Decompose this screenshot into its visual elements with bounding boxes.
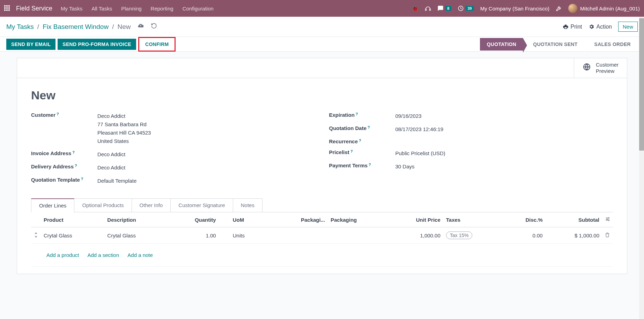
svg-rect-1	[430, 9, 431, 11]
customer-label: Customer	[31, 112, 55, 118]
support-icon[interactable]	[425, 5, 431, 12]
send-proforma-button[interactable]: SEND PRO-FORMA INVOICE	[58, 39, 136, 50]
customer-country: United States	[97, 137, 315, 145]
th-taxes: Taxes	[443, 212, 503, 227]
th-disc: Disc.%	[503, 212, 546, 227]
help-icon[interactable]: ?	[75, 164, 77, 168]
breadcrumb-sep: /	[37, 23, 39, 31]
cell-packaging[interactable]	[328, 227, 387, 244]
send-email-button[interactable]: SEND BY EMAIL	[6, 39, 55, 50]
help-icon[interactable]: ?	[350, 149, 353, 153]
tab-optional-products[interactable]: Optional Products	[74, 198, 132, 212]
tabs: Order Lines Optional Products Other Info…	[31, 198, 613, 212]
svg-marker-8	[35, 236, 37, 238]
th-product: Product	[41, 212, 104, 227]
messages-badge: 8	[445, 6, 451, 11]
th-subtotal: Subtotal	[546, 212, 602, 227]
tab-order-lines[interactable]: Order Lines	[31, 198, 74, 212]
add-note-link[interactable]: Add a note	[127, 252, 153, 258]
nav-all-tasks[interactable]: All Tasks	[91, 6, 112, 12]
print-button[interactable]: Print	[563, 24, 582, 30]
activities-icon[interactable]: 39	[458, 5, 474, 12]
cell-disc[interactable]: 0.00	[503, 227, 546, 244]
cell-taxes[interactable]: Tax 15%	[443, 227, 503, 244]
th-packagi: Packagi...	[272, 212, 328, 227]
cloud-save-icon[interactable]	[138, 23, 144, 31]
new-button[interactable]: New	[618, 22, 638, 32]
tab-notes[interactable]: Notes	[233, 198, 262, 212]
help-icon[interactable]: ?	[81, 177, 83, 181]
status-quotation-sent[interactable]: QUOTATION SENT	[523, 38, 584, 51]
app-brand[interactable]: Field Service	[16, 5, 52, 12]
breadcrumb-my-tasks[interactable]: My Tasks	[6, 23, 34, 31]
status-sales-order[interactable]: SALES ORDER	[585, 38, 638, 51]
action-button[interactable]: Action	[589, 24, 612, 30]
confirm-highlight: CONFIRM	[138, 37, 176, 52]
nav-menu: My Tasks All Tasks Planning Reporting Co…	[61, 6, 214, 12]
quotation-date-value[interactable]: 08/17/2023 12:46:19	[395, 125, 613, 134]
scrollbar[interactable]	[639, 17, 644, 280]
th-description: Description	[104, 212, 169, 227]
svg-point-4	[608, 218, 609, 219]
cell-product[interactable]: Crytal Glass	[41, 227, 104, 244]
nav-reporting[interactable]: Reporting	[151, 6, 173, 12]
customer-addr1: 77 Santa Barbara Rd	[97, 120, 315, 129]
columns-settings-icon[interactable]	[602, 212, 613, 227]
cell-unit-price[interactable]: 1,000.00	[387, 227, 443, 244]
delivery-value[interactable]: Deco Addict	[97, 164, 315, 172]
th-unit-price: Unit Price	[387, 212, 443, 227]
delete-row-icon[interactable]	[602, 227, 613, 244]
top-navbar: Field Service My Tasks All Tasks Plannin…	[0, 0, 644, 17]
customer-preview-button[interactable]: Customer Preview	[574, 58, 627, 78]
th-packaging: Packaging	[328, 212, 387, 227]
record-title[interactable]: New	[31, 89, 613, 102]
help-icon[interactable]: ?	[369, 162, 371, 167]
discard-icon[interactable]	[151, 23, 157, 31]
tools-icon[interactable]	[556, 5, 562, 12]
table-row[interactable]: Crytal Glass Crytal Glass 1.00 Units 1,0…	[31, 227, 613, 244]
cell-description[interactable]: Crytal Glass	[104, 227, 169, 244]
debug-icon[interactable]: 🐞	[412, 5, 419, 12]
invoice-value[interactable]: Deco Addict	[97, 150, 315, 159]
delivery-label: Delivery Address	[31, 164, 74, 169]
order-lines-table: Product Description Quantity UoM Packagi…	[31, 212, 613, 267]
nav-planning[interactable]: Planning	[121, 6, 141, 12]
template-label: Quotation Template	[31, 177, 80, 183]
tab-other-info[interactable]: Other Info	[132, 198, 171, 212]
apps-icon[interactable]	[4, 5, 10, 12]
action-bar: SEND BY EMAIL SEND PRO-FORMA INVOICE CON…	[0, 37, 644, 52]
help-icon[interactable]: ?	[368, 125, 370, 129]
breadcrumb: My Tasks / Fix Basement Window / New	[6, 23, 563, 31]
nav-my-tasks[interactable]: My Tasks	[61, 6, 82, 12]
tab-customer-signature[interactable]: Customer Signature	[170, 198, 233, 212]
help-icon[interactable]: ?	[359, 138, 361, 143]
breadcrumb-task[interactable]: Fix Basement Window	[43, 23, 109, 31]
svg-point-5	[608, 220, 609, 221]
help-icon[interactable]: ?	[72, 150, 75, 154]
drag-handle-icon[interactable]	[31, 227, 41, 244]
company-selector[interactable]: My Company (San Francisco)	[480, 6, 549, 12]
pricelist-value[interactable]: Public Pricelist (USD)	[395, 149, 613, 158]
add-section-link[interactable]: Add a section	[87, 252, 119, 258]
user-menu[interactable]: Mitchell Admin (Aug_001)	[568, 4, 640, 13]
status-quotation[interactable]: QUOTATION	[480, 38, 524, 51]
cell-packagi[interactable]	[272, 227, 328, 244]
help-icon[interactable]: ?	[356, 112, 358, 116]
template-value[interactable]: Default Template	[97, 177, 315, 185]
cust-preview-l1: Customer	[596, 62, 619, 68]
help-icon[interactable]: ?	[57, 112, 59, 116]
add-product-link[interactable]: Add a product	[46, 252, 79, 258]
confirm-button[interactable]: CONFIRM	[140, 39, 173, 50]
payment-terms-value[interactable]: 30 Days	[395, 162, 613, 171]
breadcrumb-current: New	[117, 23, 131, 31]
activities-badge: 39	[465, 6, 474, 11]
nav-configuration[interactable]: Configuration	[183, 6, 214, 12]
cell-uom[interactable]: Units	[219, 227, 272, 244]
expiration-value[interactable]: 09/16/2023	[395, 112, 613, 120]
messages-icon[interactable]: 8	[437, 5, 451, 12]
customer-value[interactable]: Deco Addict 77 Santa Barbara Rd Pleasant…	[97, 112, 315, 145]
cell-quantity[interactable]: 1.00	[169, 227, 219, 244]
invoice-label: Invoice Address	[31, 150, 71, 156]
breadcrumb-sep: /	[112, 23, 114, 31]
action-label: Action	[597, 24, 612, 30]
